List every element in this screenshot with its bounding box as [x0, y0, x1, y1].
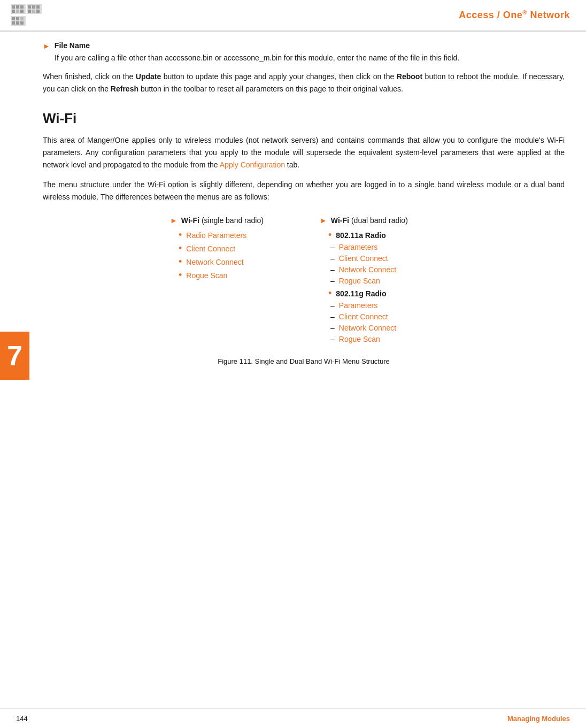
svg-rect-15	[12, 17, 15, 20]
dual-band-11g-sublist: – Parameters – Client Connect – Network …	[330, 301, 437, 343]
svg-rect-4	[12, 10, 15, 13]
single-band-list: • Radio Parameters • Client Connect • Ne…	[179, 230, 288, 280]
item-11a-parameters: Parameters	[339, 243, 377, 251]
list-item: • Network Connect	[179, 257, 288, 266]
figure-caption: Figure 111. Single and Dual Band Wi-Fi M…	[43, 357, 565, 365]
single-band-bullet-icon: ►	[170, 216, 178, 225]
wifi-diff-paragraph: The menu structure under the Wi-Fi optio…	[43, 179, 565, 203]
item-11a-rogue-scan: Rogue Scan	[339, 277, 380, 285]
file-name-description: If you are calling a file other than acc…	[55, 52, 565, 64]
main-content: ► File Name If you are calling a file ot…	[0, 32, 586, 392]
item-11g-network-connect: Network Connect	[339, 324, 396, 332]
svg-rect-17	[20, 17, 24, 20]
svg-rect-1	[12, 5, 15, 9]
dash-icon: –	[330, 277, 335, 285]
dot-icon: •	[179, 270, 182, 280]
dual-band-list: • 802.11a Radio	[328, 230, 437, 240]
dash-icon: –	[330, 243, 335, 251]
item-client-connect: Client Connect	[186, 244, 235, 253]
item-network-connect: Network Connect	[186, 258, 243, 266]
list-item: – Client Connect	[330, 312, 437, 321]
list-item: • Radio Parameters	[179, 230, 288, 240]
chapter-number: 7	[7, 340, 22, 372]
list-item: – Parameters	[330, 243, 437, 251]
svg-rect-12	[32, 10, 35, 13]
dash-icon: –	[330, 265, 335, 274]
list-item-11a: • 802.11a Radio	[328, 230, 437, 240]
header-title-text: Access / One	[459, 10, 522, 20]
dual-band-title: Wi-Fi	[331, 216, 349, 225]
svg-rect-11	[28, 10, 31, 13]
dash-icon: –	[330, 335, 335, 343]
list-item: – Network Connect	[330, 324, 437, 332]
single-band-column: ► Wi-Fi (single band radio) • Radio Para…	[170, 216, 288, 347]
footer-page-number: 144	[16, 715, 28, 723]
apply-config-link[interactable]: Apply Configuration	[220, 160, 285, 169]
list-item: – Rogue Scan	[330, 277, 437, 285]
header-title-end: Network	[527, 10, 570, 20]
svg-rect-13	[36, 10, 40, 13]
svg-rect-8	[28, 5, 31, 9]
dash-icon: –	[330, 301, 335, 310]
list-item: – Network Connect	[330, 265, 437, 274]
dot-icon: •	[179, 243, 182, 253]
page-footer: 144 Managing Modules	[0, 708, 586, 728]
dual-band-11g-list: • 802.11g Radio	[328, 288, 437, 298]
svg-rect-18	[12, 21, 15, 25]
page-header: Access / One® Network	[0, 0, 586, 31]
item-rogue-scan: Rogue Scan	[186, 271, 227, 280]
file-name-bullet: ► File Name	[43, 41, 565, 50]
dash-icon: –	[330, 254, 335, 263]
svg-rect-2	[16, 5, 19, 9]
list-item: • Client Connect	[179, 243, 288, 253]
update-paragraph: When finished, click on the Update butto…	[43, 71, 565, 95]
item-11g-client-connect: Client Connect	[339, 312, 388, 321]
file-name-label: File Name	[55, 41, 90, 50]
list-item: • Rogue Scan	[179, 270, 288, 280]
dual-band-column: ► Wi-Fi (dual band radio) • 802.11a Radi…	[320, 216, 437, 347]
header-title: Access / One® Network	[459, 9, 570, 21]
svg-rect-3	[20, 5, 24, 9]
bullet-arrow-icon: ►	[43, 42, 50, 50]
single-band-header: ► Wi-Fi (single band radio)	[170, 216, 288, 225]
svg-rect-19	[16, 21, 19, 25]
list-item: – Parameters	[330, 301, 437, 310]
svg-rect-10	[36, 5, 40, 9]
dual-band-bullet-icon: ►	[320, 216, 327, 225]
dual-band-header: ► Wi-Fi (dual band radio)	[320, 216, 437, 225]
item-11a-client-connect: Client Connect	[339, 254, 388, 263]
logo	[11, 4, 43, 26]
dot-icon: •	[179, 257, 182, 266]
list-item: – Client Connect	[330, 254, 437, 263]
item-11g-label: 802.11g Radio	[336, 289, 386, 298]
dual-band-subtitle: (dual band radio)	[351, 216, 408, 225]
wifi-intro-paragraph: This area of Manger/One applies only to …	[43, 134, 565, 171]
svg-rect-20	[20, 21, 24, 25]
single-band-subtitle: (single band radio)	[202, 216, 264, 225]
item-11g-parameters: Parameters	[339, 301, 377, 310]
dot-icon: •	[179, 230, 182, 240]
list-item: – Rogue Scan	[330, 335, 437, 343]
item-11a-network-connect: Network Connect	[339, 265, 396, 274]
dash-icon: –	[330, 312, 335, 321]
single-band-title: Wi-Fi	[181, 216, 199, 225]
menu-structure: ► Wi-Fi (single band radio) • Radio Para…	[43, 216, 565, 347]
list-item-11g: • 802.11g Radio	[328, 288, 437, 298]
para2-end: tab.	[285, 160, 299, 169]
dash-icon: –	[330, 324, 335, 332]
para2-text: This area of Manger/One applies only to …	[43, 136, 565, 169]
svg-rect-5	[16, 10, 19, 13]
header-registered: ®	[522, 9, 527, 16]
item-11a-label: 802.11a Radio	[336, 231, 385, 240]
wifi-section-heading: Wi-Fi	[43, 110, 565, 127]
svg-rect-16	[16, 17, 19, 20]
item-radio-parameters: Radio Parameters	[186, 231, 246, 240]
dual-band-11a-sublist: – Parameters – Client Connect – Network …	[330, 243, 437, 285]
item-11g-rogue-scan: Rogue Scan	[339, 335, 380, 343]
svg-rect-9	[32, 5, 35, 9]
dot-icon: •	[328, 230, 331, 240]
footer-section-title: Managing Modules	[507, 715, 570, 723]
svg-rect-6	[20, 10, 24, 13]
file-name-section: ► File Name If you are calling a file ot…	[43, 41, 565, 64]
dot-icon: •	[328, 288, 331, 298]
